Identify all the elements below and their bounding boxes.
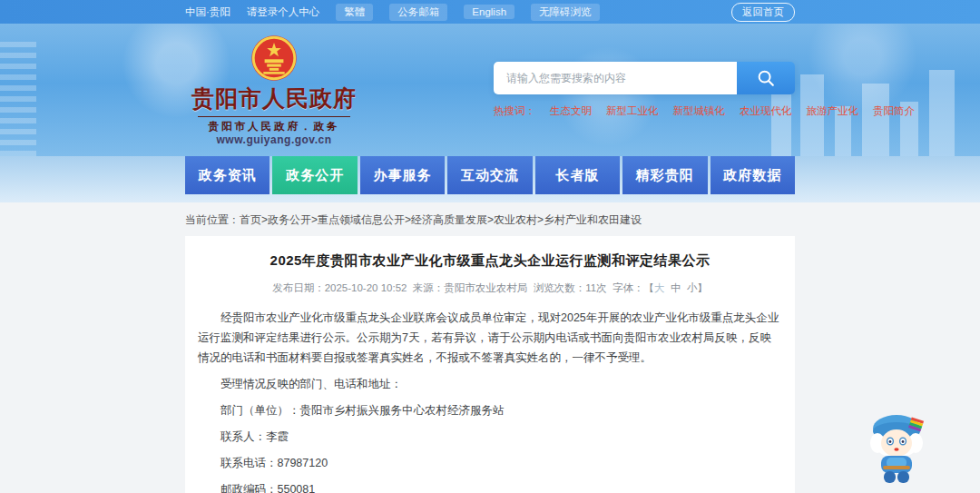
nav-item-zhangzheban[interactable]: 长者版 (535, 156, 620, 194)
link-official-mail[interactable]: 公务邮箱 (389, 4, 447, 21)
breadcrumb-label: 当前位置： (185, 213, 240, 226)
hot-word-1[interactable]: 生态文明 (550, 104, 592, 118)
top-utility-bar: 中国·贵阳 请登录个人中心 繁體 公务邮箱 English 无障碍浏览 返回首页 (0, 0, 980, 24)
banner-cityscape-decoration (762, 56, 980, 156)
hot-word-4[interactable]: 农业现代化 (740, 104, 792, 118)
article-source: 来源：贵阳市农业农村局 (413, 282, 528, 293)
search-icon (756, 68, 776, 88)
link-login-personal-center[interactable]: 请登录个人中心 (247, 5, 320, 19)
font-size-label: 字体：【 (612, 282, 654, 293)
search-area: 热搜词： 生态文明 新型工业化 新型城镇化 农业现代化 旅游产业化 贵阳简介 (494, 62, 795, 118)
font-size-large[interactable]: 大 (654, 282, 665, 293)
search-input[interactable] (494, 62, 737, 94)
nav-item-jingcai-guiyang[interactable]: 精彩贵阳 (622, 156, 707, 194)
link-china-guiyang[interactable]: 中国·贵阳 (185, 5, 230, 19)
nav-item-hudong-jiaoliu[interactable]: 互动交流 (447, 156, 532, 194)
mascot-assistant[interactable] (867, 409, 929, 486)
article-body: 经贵阳市农业产业化市级重点龙头企业联席会议成员单位审定，现对2025年开展的农业… (198, 308, 782, 493)
site-logo[interactable]: 贵阳市人民政府 贵阳市人民政府．政务 www.guiyang.gov.cn (192, 35, 356, 146)
article-meta: 发布日期：2025-10-20 10:52 来源：贵阳市农业农村局 浏览次数：1… (198, 281, 782, 295)
article-title: 2025年度贵阳市农业产业化市级重点龙头企业运行监测和评定结果公示 (198, 252, 782, 270)
link-english[interactable]: English (464, 5, 514, 19)
paragraph-announcement: 经贵阳市农业产业化市级重点龙头企业联席会议成员单位审定，现对2025年开展的农业… (198, 308, 782, 368)
site-banner: 贵阳市人民政府 贵阳市人民政府．政务 www.guiyang.gov.cn 热搜… (0, 24, 980, 156)
site-title: 贵阳市人民政府 (191, 84, 357, 113)
title-divider (198, 116, 350, 117)
contact-phone: 联系电话：87987120 (198, 453, 782, 473)
link-traditional-chinese[interactable]: 繁體 (336, 4, 373, 21)
breadcrumb: 当前位置：首页>政务公开>重点领域信息公开>经济高质量发展>农业农村>乡村产业和… (185, 202, 795, 236)
contact-department: 部门（单位）：贵阳市乡村振兴服务中心农村经济服务站 (198, 400, 782, 420)
back-to-home-button[interactable]: 返回首页 (731, 3, 795, 22)
nav-item-zhengwu-gongkai[interactable]: 政务公开 (272, 156, 357, 194)
site-url: www.guiyang.gov.cn (216, 133, 331, 146)
hot-word-5[interactable]: 旅游产业化 (807, 104, 859, 118)
hot-word-3[interactable]: 新型城镇化 (673, 104, 726, 118)
national-emblem-icon (250, 35, 298, 82)
contact-person: 联系人：李霞 (198, 427, 782, 447)
nav-item-zhengfu-shuju[interactable]: 政府数据 (710, 156, 795, 194)
hot-word-6[interactable]: 贵阳简介 (873, 104, 915, 118)
article-card: 2025年度贵阳市农业产业化市级重点龙头企业运行监测和评定结果公示 发布日期：2… (185, 236, 795, 493)
hot-word-2[interactable]: 新型工业化 (606, 104, 659, 118)
main-navigation: 政务资讯 政务公开 办事服务 互动交流 长者版 精彩贵阳 政府数据 (0, 156, 980, 202)
view-count: 浏览次数：11次 (534, 282, 607, 293)
contact-postcode: 邮政编码：550081 (198, 479, 782, 493)
nav-item-zhengwu-zixun[interactable]: 政务资讯 (185, 156, 270, 194)
site-subtitle: 贵阳市人民政府．政务 (209, 120, 340, 133)
breadcrumb-path[interactable]: 首页>政务公开>重点领域信息公开>经济高质量发展>农业农村>乡村产业和农田建设 (240, 213, 642, 226)
publish-date: 发布日期：2025-10-20 10:52 (272, 282, 407, 293)
banner-left-decoration (0, 38, 36, 156)
font-size-bracket: 】 (697, 282, 708, 293)
font-size-small[interactable]: 小 (687, 282, 698, 293)
hot-search-label: 热搜词： (494, 104, 535, 118)
search-button[interactable] (737, 62, 795, 94)
link-accessibility[interactable]: 无障碍浏览 (531, 4, 600, 21)
font-size-medium[interactable]: 中 (671, 282, 681, 293)
nav-bottom-strip (0, 194, 980, 202)
hot-search-row: 热搜词： 生态文明 新型工业化 新型城镇化 农业现代化 旅游产业化 贵阳简介 (494, 104, 795, 118)
paragraph-acceptance: 受理情况反映的部门、电话和地址： (198, 374, 782, 394)
nav-item-banshi-fuwu[interactable]: 办事服务 (360, 156, 445, 194)
